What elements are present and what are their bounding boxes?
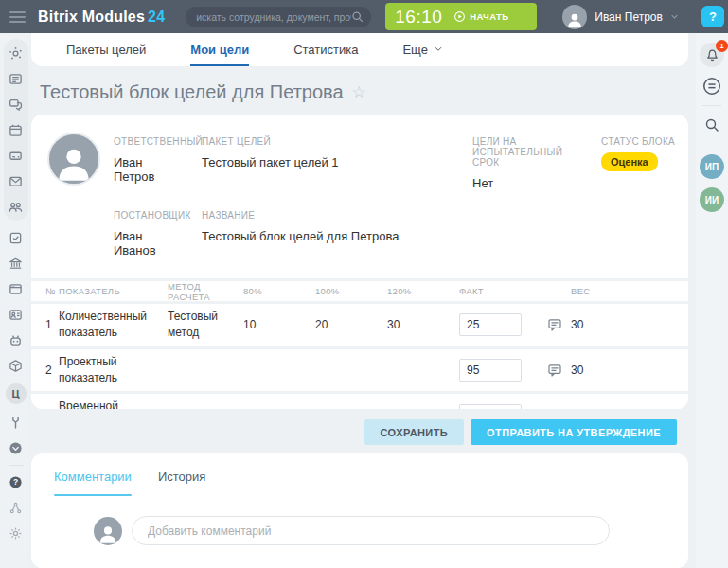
- field-setter: ПОСТАНОВЩИК Иван Иванов: [114, 210, 185, 257]
- field-probation-goals: ЦЕЛИ НА ИСПЫТАТЕЛЬНЫЙ СРОК Нет: [472, 136, 584, 190]
- field-value: Иван Петров: [114, 155, 185, 184]
- market-icon[interactable]: [9, 358, 24, 373]
- employees-icon[interactable]: [9, 199, 24, 214]
- col-120: 120%: [387, 286, 459, 296]
- company-icon[interactable]: [9, 256, 24, 271]
- field-label: ЦЕЛИ НА ИСПЫТАТЕЛЬНЫЙ СРОК: [472, 136, 584, 168]
- field-block-status: СТАТУС БЛОКА Оценка: [601, 136, 675, 190]
- tab-more[interactable]: Еще: [402, 33, 442, 66]
- field-label: ПОСТАНОВЩИК: [114, 210, 185, 221]
- topbar: Bitrix Modules24 16:10 НАЧАТЬ Иван Петро…: [0, 0, 728, 33]
- timer-time: 16:10: [395, 7, 442, 27]
- right-sidebar: 1 ИП ИИ: [696, 33, 728, 568]
- fact-input[interactable]: [459, 404, 522, 409]
- submit-for-approval-button[interactable]: ОТПРАВИТЬ НА УТВЕРЖДЕНИЕ: [471, 419, 677, 445]
- col-fact: ФАКТ: [459, 286, 546, 296]
- drive-icon[interactable]: [9, 148, 24, 163]
- tab-comments[interactable]: Комментарии: [54, 470, 132, 496]
- mail-icon[interactable]: [9, 173, 24, 188]
- status-badge: Оценка: [601, 152, 658, 171]
- timer-start-label: НАЧАТЬ: [470, 11, 508, 22]
- notifications-bell-icon[interactable]: 1: [700, 43, 724, 67]
- table-row: 2 Проектный показатель 30: [31, 349, 688, 395]
- global-search-input[interactable]: [196, 11, 351, 23]
- sidebar-item-goals-active[interactable]: Ц: [6, 383, 27, 404]
- app-logo[interactable]: Bitrix Modules24: [38, 9, 165, 26]
- row-indicator: Количественный показатель: [59, 309, 168, 342]
- online-user-avatar-ip[interactable]: ИП: [700, 154, 724, 179]
- fact-input[interactable]: [459, 313, 522, 336]
- col-indicator: ПОКАЗАТЕЛЬ: [59, 286, 168, 296]
- field-value: Иван Иванов: [114, 229, 185, 257]
- automation-robot-icon[interactable]: [9, 332, 24, 347]
- chevron-down-icon: [434, 44, 443, 54]
- sidebar-bottom-group: ?: [4, 474, 28, 541]
- tab-statistics[interactable]: Статистика: [293, 33, 358, 66]
- goals-letter-icon: Ц: [11, 388, 19, 399]
- play-circle-icon: [453, 10, 466, 23]
- tab-my-goals[interactable]: Мои цели: [190, 33, 249, 66]
- sidebar-divider: [9, 465, 24, 466]
- field-label: ОТВЕТСТВЕННЫЙ: [114, 136, 185, 147]
- work-timer[interactable]: 16:10 НАЧАТЬ: [385, 3, 537, 30]
- collapse-menu-icon[interactable]: [9, 440, 24, 455]
- page-title: Тестовый блок целей для Петрова: [40, 81, 344, 103]
- field-value: Тестовый пакет целей 1: [202, 155, 438, 169]
- sidebar-search-icon[interactable]: [701, 115, 722, 135]
- row-weight: 30: [571, 318, 675, 331]
- online-user-avatar-ii[interactable]: ИИ: [700, 187, 724, 212]
- brand-text: Bitrix Modules: [38, 9, 145, 25]
- sites-icon[interactable]: [9, 281, 24, 296]
- field-name: НАЗВАНИЕ Тестовый блок целей для Петрова: [202, 210, 438, 257]
- help-circle-icon[interactable]: ?: [9, 474, 24, 489]
- settings-gear-icon[interactable]: [9, 525, 24, 541]
- user-name: Иван Петров: [595, 10, 663, 24]
- row-comment-button[interactable]: [546, 317, 562, 333]
- structure-icon[interactable]: [9, 500, 24, 515]
- bitrix-app: Bitrix Modules24 16:10 НАЧАТЬ Иван Петро…: [0, 0, 728, 568]
- table-row: 3 Временной показатель 00:10:00 00:15:00…: [31, 394, 688, 409]
- calendar-icon[interactable]: [9, 122, 24, 137]
- commenter-avatar: [94, 517, 122, 545]
- goal-info-section: ОТВЕТСТВЕННЫЙ Иван Петров ПАКЕТ ЦЕЛЕЙ Те…: [31, 115, 688, 278]
- tasks-icon[interactable]: [9, 230, 24, 245]
- search-icon[interactable]: [351, 10, 364, 23]
- row-80: 10: [243, 318, 315, 331]
- user-menu[interactable]: Иван Петров: [562, 5, 679, 29]
- fact-input[interactable]: [459, 359, 522, 382]
- notification-badge: 1: [716, 40, 728, 52]
- messenger-icon[interactable]: [9, 97, 24, 112]
- add-comment-input[interactable]: [132, 516, 610, 545]
- dev-tools-wrench-icon[interactable]: [9, 415, 24, 430]
- menu-toggle-icon[interactable]: [9, 11, 26, 23]
- responsible-avatar: [47, 133, 100, 186]
- tab-goal-packages[interactable]: Пакеты целей: [66, 33, 146, 66]
- col-weight: ВЕС: [571, 286, 675, 296]
- global-search: [186, 7, 371, 27]
- left-sidebar: Ц ?: [0, 33, 28, 568]
- sidebar-secondary-group: Ц: [4, 230, 28, 455]
- favorite-star-icon[interactable]: ☆: [352, 84, 366, 100]
- live-feed-icon[interactable]: [9, 45, 24, 61]
- help-button[interactable]: ?: [701, 6, 724, 27]
- spacer: [601, 210, 675, 257]
- save-button[interactable]: СОХРАНИТЬ: [364, 419, 465, 445]
- field-responsible: ОТВЕТСТВЕННЫЙ Иван Петров: [114, 136, 185, 190]
- indicators-table: № ПОКАЗАТЕЛЬ МЕТОД РАСЧЕТА 80% 100% 120%…: [31, 278, 688, 409]
- timer-start-button[interactable]: НАЧАТЬ: [453, 10, 508, 23]
- field-value: Нет: [472, 176, 584, 190]
- col-num: №: [45, 286, 59, 296]
- row-num: 1: [45, 318, 59, 331]
- tab-history[interactable]: История: [158, 470, 205, 496]
- chat-messages-icon[interactable]: [701, 76, 722, 97]
- main-content: Пакеты целей Мои цели Статистика Еще Тес…: [28, 33, 696, 568]
- user-avatar: [562, 5, 587, 29]
- comments-card: Комментарии История: [31, 453, 688, 568]
- contacts-icon[interactable]: [9, 307, 24, 322]
- table-row: 1 Количественный показатель Тестовый мет…: [31, 304, 688, 349]
- row-comment-button[interactable]: [546, 363, 562, 379]
- info-fields: ОТВЕТСТВЕННЫЙ Иван Петров ПАКЕТ ЦЕЛЕЙ Те…: [114, 133, 675, 257]
- row-comment-button[interactable]: [546, 407, 562, 409]
- news-icon[interactable]: [9, 71, 24, 86]
- row-method: Тестовый метод: [168, 309, 243, 342]
